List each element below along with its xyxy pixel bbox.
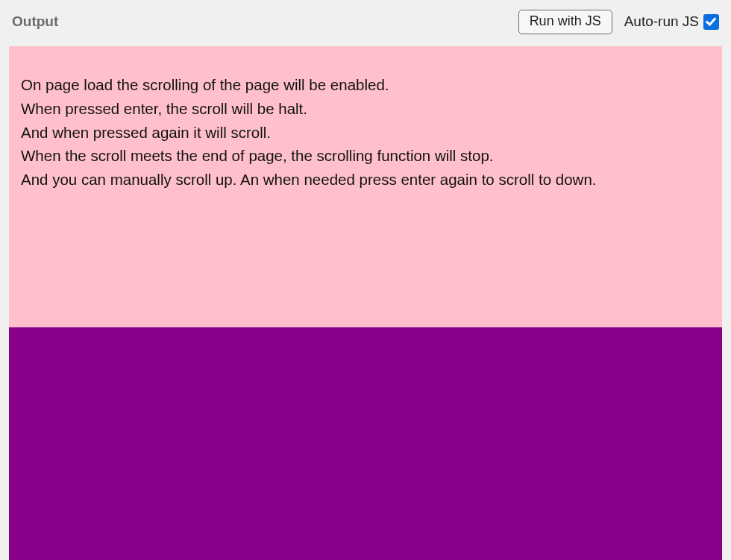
info-line: On page load the scrolling of the page w… — [21, 73, 710, 97]
section-purple — [9, 327, 722, 560]
autorun-label: Auto-run JS — [624, 13, 699, 30]
info-line: And when pressed again it will scroll. — [21, 121, 710, 145]
autorun-group: Auto-run JS — [624, 13, 719, 30]
info-line: And you can manually scroll up. An when … — [21, 168, 710, 192]
info-line: When the scroll meets the end of page, t… — [21, 144, 710, 168]
run-with-js-button[interactable]: Run with JS — [518, 10, 612, 34]
output-header: Output Run with JS Auto-run JS — [0, 0, 731, 46]
info-text: On page load the scrolling of the page w… — [21, 73, 710, 192]
output-title: Output — [12, 13, 58, 30]
header-controls: Run with JS Auto-run JS — [518, 10, 719, 34]
output-body[interactable]: On page load the scrolling of the page w… — [9, 46, 722, 560]
info-line: When pressed enter, the scroll will be h… — [21, 97, 710, 121]
section-pink: On page load the scrolling of the page w… — [9, 46, 722, 327]
autorun-checkbox[interactable] — [703, 14, 719, 30]
